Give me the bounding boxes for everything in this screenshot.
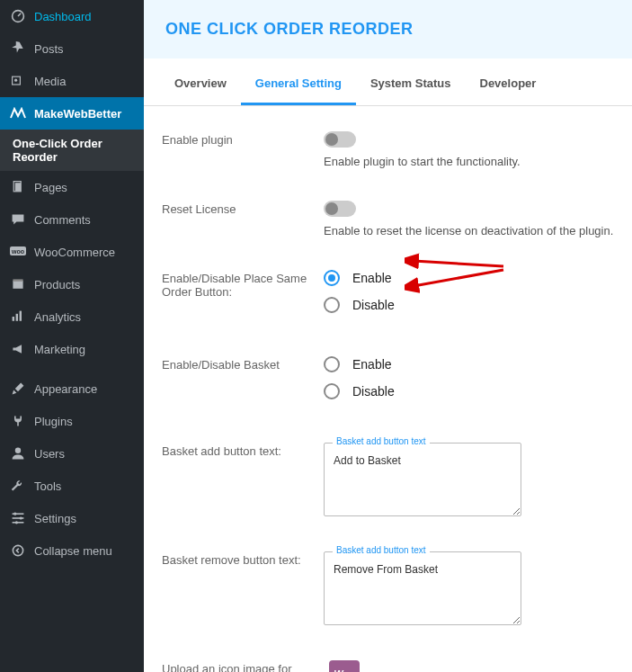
mwb-icon xyxy=(9,104,27,122)
wrench-icon xyxy=(9,477,27,495)
sidebar-item-media[interactable]: Media xyxy=(0,65,144,97)
svg-rect-11 xyxy=(20,311,22,321)
label-place-same-order: Enable/Disable Place Same Order Button: xyxy=(162,270,324,299)
sidebar-label: Comments xyxy=(34,213,91,227)
input-remove-text[interactable] xyxy=(324,551,521,625)
radio-basket-disable[interactable]: Disable xyxy=(324,383,614,399)
svg-rect-7 xyxy=(13,281,22,289)
radio-icon xyxy=(324,356,340,372)
radio-icon xyxy=(324,270,340,286)
sidebar-item-makewebbetter[interactable]: MakeWebBetter xyxy=(0,97,144,130)
svg-point-18 xyxy=(15,521,18,524)
row-enable-plugin: Enable plugin Enable plugin to start the… xyxy=(162,115,614,184)
sidebar-label: Plugins xyxy=(34,415,73,428)
tab-system-status[interactable]: System Status xyxy=(356,64,466,105)
help-reset-license: Enable to reset the license on deactivat… xyxy=(324,224,614,237)
sidebar-item-users[interactable]: Users xyxy=(0,437,144,470)
label-reset-license: Reset License xyxy=(162,201,324,216)
svg-point-16 xyxy=(13,513,16,515)
tab-general-setting[interactable]: General Setting xyxy=(241,64,356,105)
legend-remove-text: Basket add button text xyxy=(333,545,430,555)
svg-point-17 xyxy=(20,516,22,519)
svg-point-19 xyxy=(13,545,22,555)
sidebar-label: MakeWebBetter xyxy=(34,107,121,121)
sidebar-label: Settings xyxy=(34,512,76,525)
row-place-same-order: Enable/Disable Place Same Order Button: … xyxy=(162,254,614,340)
products-icon xyxy=(9,275,27,293)
sidebar-item-comments[interactable]: Comments xyxy=(0,203,144,236)
brush-icon xyxy=(9,380,27,398)
sliders-icon xyxy=(9,509,27,527)
settings-tabs: Overview General Setting System Status D… xyxy=(144,64,632,106)
sidebar-label: Users xyxy=(34,447,65,461)
pin-icon xyxy=(9,40,27,58)
sidebar-item-analytics[interactable]: Analytics xyxy=(0,300,144,333)
svg-rect-4 xyxy=(15,183,21,192)
sidebar-label: Posts xyxy=(34,42,64,56)
toggle-reset-license[interactable] xyxy=(324,201,356,217)
label-enable-plugin: Enable plugin xyxy=(162,131,324,147)
radio-label: Disable xyxy=(352,384,395,399)
radio-label: Enable xyxy=(352,357,392,372)
svg-rect-10 xyxy=(16,314,18,321)
page-title: ONE CLICK ORDER REORDER xyxy=(165,20,610,39)
sidebar-item-dashboard[interactable]: Dashboard xyxy=(0,0,144,32)
sidebar-label: Tools xyxy=(34,479,61,493)
sidebar-item-woocommerce[interactable]: woo WooCommerce xyxy=(0,236,144,268)
sidebar-item-products[interactable]: Products xyxy=(0,268,144,300)
tab-developer[interactable]: Developer xyxy=(466,64,551,105)
svg-rect-9 xyxy=(13,317,14,321)
sidebar-label: Collapse menu xyxy=(34,544,112,558)
sidebar-item-plugins[interactable]: Plugins xyxy=(0,405,144,437)
page-icon xyxy=(9,178,27,196)
label-basket: Enable/Disable Basket xyxy=(162,356,324,372)
svg-point-2 xyxy=(14,79,17,82)
user-icon xyxy=(9,444,27,462)
row-basket: Enable/Disable Basket Enable Disable xyxy=(162,340,614,426)
radio-label: Disable xyxy=(352,298,395,312)
plug-icon xyxy=(9,412,27,430)
sidebar-item-posts[interactable]: Posts xyxy=(0,32,144,65)
sidebar-label: Pages xyxy=(34,181,67,194)
sidebar-label: Products xyxy=(34,278,80,291)
sidebar-item-marketing[interactable]: Marketing xyxy=(0,333,144,365)
label-remove-text: Basket remove button text: xyxy=(162,551,324,567)
input-add-text[interactable] xyxy=(324,443,521,516)
label-add-text: Basket add button text: xyxy=(162,443,324,458)
sidebar-label: Dashboard xyxy=(34,10,92,23)
sidebar-label: Media xyxy=(34,75,66,88)
sidebar-label: Appearance xyxy=(34,382,97,396)
analytics-icon xyxy=(9,308,27,326)
collapse-icon xyxy=(9,542,27,560)
woo-icon: woo xyxy=(9,243,27,261)
svg-rect-8 xyxy=(13,279,22,281)
radio-place-same-disable[interactable]: Disable xyxy=(324,297,614,313)
sidebar-label: WooCommerce xyxy=(34,246,115,259)
sidebar-item-collapse[interactable]: Collapse menu xyxy=(0,534,144,567)
settings-form: Enable plugin Enable plugin to start the… xyxy=(144,106,632,672)
page-header: ONE CLICK ORDER REORDER xyxy=(144,0,632,58)
woo-bag-icon: Woo xyxy=(329,660,360,672)
radio-label: Enable xyxy=(352,271,392,285)
admin-sidebar: Dashboard Posts Media MakeWebBetter One-… xyxy=(0,0,144,672)
svg-point-12 xyxy=(15,448,21,453)
help-enable-plugin: Enable plugin to start the functionality… xyxy=(324,155,614,168)
megaphone-icon xyxy=(9,340,27,358)
sidebar-sub-oneclick[interactable]: One-Click Order Reorder xyxy=(0,130,144,171)
radio-place-same-enable[interactable]: Enable xyxy=(324,270,614,286)
media-icon xyxy=(9,72,27,90)
sidebar-item-tools[interactable]: Tools xyxy=(0,470,144,502)
sidebar-item-appearance[interactable]: Appearance xyxy=(0,372,144,405)
sidebar-item-settings[interactable]: Settings xyxy=(0,502,144,534)
sidebar-item-pages[interactable]: Pages xyxy=(0,171,144,203)
sidebar-label: Marketing xyxy=(34,343,85,356)
radio-icon xyxy=(324,383,340,399)
sidebar-sub-label: One-Click Order Reorder xyxy=(13,137,102,164)
sidebar-label: Analytics xyxy=(34,310,81,324)
radio-basket-enable[interactable]: Enable xyxy=(324,356,614,372)
comment-icon xyxy=(9,211,27,228)
main-content: ONE CLICK ORDER REORDER Overview General… xyxy=(144,0,632,672)
tab-overview[interactable]: Overview xyxy=(160,64,241,105)
toggle-enable-plugin[interactable] xyxy=(324,131,356,148)
row-remove-text: Basket remove button text: Basket add bu… xyxy=(162,535,614,644)
